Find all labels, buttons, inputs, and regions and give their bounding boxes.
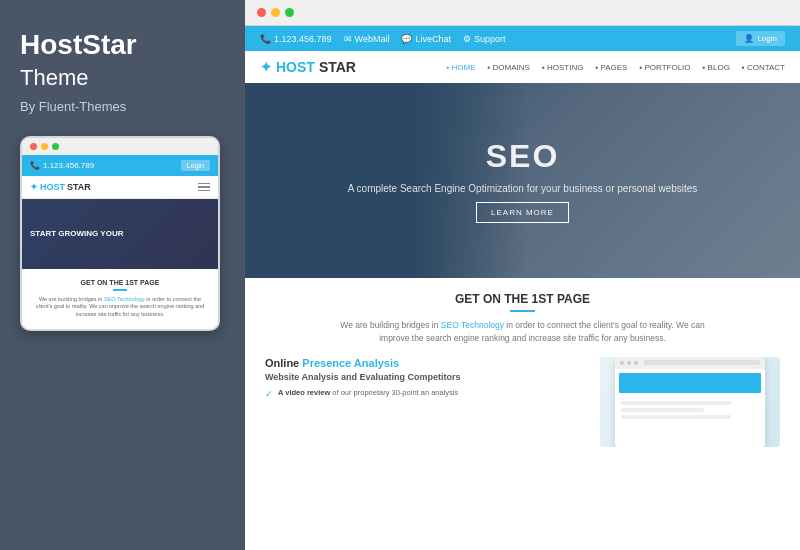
website-analysis-subtitle: Website Analysis and Evaluating Competit… [265,372,584,382]
mobile-seo-link[interactable]: SEO Technology [104,296,145,302]
mobile-topbar: 📞 1.123.456.789 Login [22,155,218,176]
mobile-login-button[interactable]: Login [181,160,210,171]
feature-list-item: ✓ A video review of our proprietary 30-p… [265,388,584,399]
left-panel: HostStar Theme By Fluent-Themes 📞 1.123.… [0,0,245,550]
desktop-logo: ✦ HOST STAR [260,59,356,75]
mobile-page-heading: GET ON THE 1ST PAGE [30,279,210,286]
content-bottom-row: Online Presence Analysis Website Analysi… [265,357,780,447]
nav-item-domains[interactable]: ▪ DOMAINS [487,63,529,72]
desktop-contact-bar: 📞 1.123.456.789 ✉ WebMail 💬 LiveChat ⚙ S… [260,34,505,44]
mobile-phone-number: 📞 1.123.456.789 [30,161,94,170]
online-presence-title: Online Presence Analysis [265,357,584,369]
mobile-dot-yellow [41,143,48,150]
desktop-nav-items: ▪ HOME ▪ DOMAINS ▪ HOSTING ▪ PAGES ▪ POR… [446,63,785,72]
preview-browser-mockup [615,357,765,447]
preview-url-bar [644,360,760,365]
desktop-logo-star: STAR [319,59,356,75]
preview-browser-chrome [615,357,765,369]
check-icon: ✓ [265,389,273,399]
browser-window-controls [257,8,294,17]
desktop-logo-host: HOST [276,59,315,75]
app-title: HostStar [20,30,225,61]
chat-icon: 💬 [401,34,412,44]
contact-phone: 📞 1.123.456.789 [260,34,332,44]
desktop-content: GET ON THE 1ST PAGE We are building brid… [245,278,800,550]
browser-dot-red [257,8,266,17]
mobile-dot-red [30,143,37,150]
nav-item-pages[interactable]: ▪ PAGES [595,63,627,72]
seo-link[interactable]: SEO Technology [441,320,504,330]
theme-author: By Fluent-Themes [20,99,225,114]
presence-highlight: Presence Analysis [302,357,399,369]
preview-dot-1 [620,361,624,365]
preview-browser-hero [619,373,761,393]
content-features: Online Presence Analysis Website Analysi… [265,357,584,447]
preview-dot-3 [634,361,638,365]
desktop-preview: 📞 1.123.456.789 ✉ WebMail 💬 LiveChat ⚙ S… [245,26,800,550]
preview-dot-2 [627,361,631,365]
mobile-heading-divider [113,289,127,291]
right-panel: 📞 1.123.456.789 ✉ WebMail 💬 LiveChat ⚙ S… [245,0,800,550]
mobile-content: GET ON THE 1ST PAGE We are building brid… [22,269,218,329]
content-main-heading: GET ON THE 1ST PAGE [265,292,780,306]
hamburger-icon[interactable] [198,183,210,192]
hero-overlay: SEO A complete Search Engine Optimizatio… [245,83,800,278]
phone-icon: 📞 [260,34,271,44]
hero-description: A complete Search Engine Optimization fo… [348,183,698,194]
mobile-dot-green [52,143,59,150]
contact-livechat[interactable]: 💬 LiveChat [401,34,451,44]
mobile-logo-star: STAR [67,182,91,192]
browser-dot-yellow [271,8,280,17]
user-icon: 👤 [744,34,754,43]
preview-image-area [600,357,780,447]
browser-chrome [245,0,800,26]
contact-webmail[interactable]: ✉ WebMail [344,34,390,44]
hero-title: SEO [486,138,560,175]
mobile-logo-icon: ✦ [30,182,38,192]
desktop-navbar: ✦ HOST STAR ▪ HOME ▪ DOMAINS ▪ HOSTING ▪… [245,51,800,83]
mobile-logo-host: HOST [40,182,65,192]
desktop-login-button[interactable]: 👤 Login [736,31,785,46]
desktop-logo-icon: ✦ [260,59,272,75]
mobile-window-controls [22,138,218,155]
hero-learn-more-button[interactable]: LEARN MORE [476,202,569,223]
desktop-hero: SEO A complete Search Engine Optimizatio… [245,83,800,278]
mobile-hero: START GROWING YOUR [22,199,218,269]
mobile-navbar: ✦ HOST STAR [22,176,218,199]
preview-browser-content [615,397,765,426]
content-preview-image [600,357,780,447]
mail-icon: ✉ [344,34,352,44]
mobile-preview: 📞 1.123.456.789 Login ✦ HOST STAR START … [20,136,220,331]
contact-support[interactable]: ⚙ Support [463,34,506,44]
feature-text: A video review of our proprietary 30-poi… [278,388,458,399]
browser-dot-green [285,8,294,17]
nav-item-blog[interactable]: ▪ BLOG [703,63,730,72]
support-icon: ⚙ [463,34,471,44]
mobile-body-text: We are building bridges in SEO Technolog… [30,296,210,319]
phone-icon: 📞 [30,161,40,170]
content-heading-divider [510,310,535,312]
nav-item-contact[interactable]: ▪ CONTACT [742,63,785,72]
mobile-hero-text: START GROWING YOUR [30,229,210,239]
content-description: We are building bridges in SEO Technolog… [333,319,713,345]
nav-item-home[interactable]: ▪ HOME [446,63,475,72]
mobile-logo: ✦ HOST STAR [30,182,91,192]
nav-item-hosting[interactable]: ▪ HOSTING [542,63,584,72]
theme-label: Theme [20,65,225,91]
nav-item-portfolio[interactable]: ▪ PORTFOLIO [639,63,690,72]
desktop-topbar: 📞 1.123.456.789 ✉ WebMail 💬 LiveChat ⚙ S… [245,26,800,51]
